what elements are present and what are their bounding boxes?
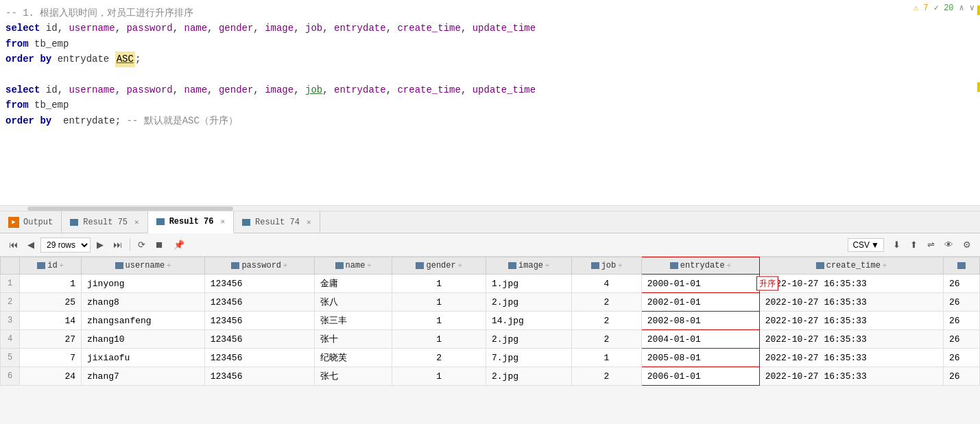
cell-entrydate: 2005-08-01 <box>641 349 759 367</box>
row-num: 3 <box>1 312 20 330</box>
code-line-comment1: -- 1. 根据入职时间，对员工进行升序排序 <box>5 5 975 21</box>
view-btn[interactable]: 👁 <box>941 237 957 252</box>
table-row: 314zhangsanfeng123456张三丰114.jpg22002-08-… <box>1 312 980 330</box>
sort-icon-name[interactable]: ÷ <box>367 262 371 270</box>
cell-username: jixiaofu <box>82 349 205 367</box>
cell-extra: 26 <box>943 275 979 293</box>
col-rownum <box>1 257 20 275</box>
col-job[interactable]: job ÷ <box>572 257 642 275</box>
cell-create-time: 2022-10-27 16:35:33 <box>759 367 943 386</box>
code-line-order2: order by entrydate; -- 默认就是ASC（升序） <box>5 113 975 128</box>
col-id[interactable]: id ÷ <box>20 257 82 275</box>
tab-result75-close[interactable]: ✕ <box>134 218 139 226</box>
next-page-btn[interactable]: ▶ <box>93 237 107 252</box>
col-extra[interactable] <box>943 257 979 275</box>
code-line-select2: select id, username, password, name, gen… <box>5 82 975 97</box>
col-create-time-label: create_time <box>826 261 881 270</box>
check-badge: ✓ 20 <box>934 3 954 13</box>
cell-image: 1.jpg <box>486 275 572 293</box>
row-num: 1 <box>1 275 20 293</box>
result-toolbar: ⏮ ◀ 29 rows ▶ ⏭ ⟳ ⏹ 📌 CSV ▼ ⬇ ⬆ ⇌ 👁 ⚙ <box>0 233 980 257</box>
top-bar: ⚠ 7 ✓ 20 ∧ ∨ <box>913 3 975 13</box>
sort-icon-username[interactable]: ÷ <box>167 262 171 270</box>
refresh-btn[interactable]: ⟳ <box>134 237 149 252</box>
table-icon-74 <box>242 219 250 226</box>
col-gender[interactable]: gender ÷ <box>392 257 486 275</box>
arrow-down[interactable]: ∨ <box>970 3 975 13</box>
download-btn[interactable]: ⬇ <box>889 237 904 252</box>
col-image[interactable]: image ÷ <box>486 257 572 275</box>
scrollbar-thumb[interactable] <box>27 207 233 211</box>
col-image-label: image <box>518 261 543 270</box>
csv-label: CSV <box>852 240 870 250</box>
transpose-btn[interactable]: ⇌ <box>924 237 938 252</box>
arrow-up[interactable]: ∧ <box>959 3 964 13</box>
cell-job: 2 <box>572 367 642 386</box>
col-gender-label: gender <box>426 261 455 270</box>
tab-result76-label: Result 76 <box>169 217 214 226</box>
cell-id: 24 <box>20 367 82 386</box>
cell-password: 123456 <box>204 275 314 293</box>
tab-output[interactable]: ▶ Output <box>0 211 62 233</box>
sort-icon-password[interactable]: ÷ <box>283 262 287 270</box>
prev-page-btn[interactable]: ◀ <box>24 237 38 252</box>
bottom-panel: ▶ Output Result 75 ✕ Result 76 ✕ Result … <box>0 211 980 424</box>
cell-entrydate: 2004-01-01 <box>641 330 759 349</box>
pin-btn[interactable]: 📌 <box>170 237 188 252</box>
cell-job: 2 <box>572 330 642 349</box>
cell-extra: 26 <box>943 312 979 330</box>
tab-bar: ▶ Output Result 75 ✕ Result 76 ✕ Result … <box>0 211 980 233</box>
stop-btn[interactable]: ⏹ <box>152 237 167 252</box>
output-icon: ▶ <box>8 217 19 228</box>
cell-gender: 1 <box>392 330 486 349</box>
cell-image: 2.jpg <box>486 367 572 386</box>
cell-password: 123456 <box>204 330 314 349</box>
sort-icon-id[interactable]: ÷ <box>60 262 64 270</box>
settings-btn[interactable]: ⚙ <box>959 237 975 252</box>
tab-result75[interactable]: Result 75 ✕ <box>62 211 147 233</box>
col-password-label: password <box>241 261 281 270</box>
cell-password: 123456 <box>204 367 314 386</box>
cell-username: zhangsanfeng <box>82 312 205 330</box>
tab-result76[interactable]: Result 76 ✕ <box>148 211 234 233</box>
table-row: 427zhang10123456张十12.jpg22004-01-012022-… <box>1 330 980 349</box>
tab-result74[interactable]: Result 74 ✕ <box>234 211 320 233</box>
sort-icon-entrydate[interactable]: ÷ <box>727 262 731 270</box>
editor-area: ⚠ 7 ✓ 20 ∧ ∨ -- 1. 根据入职时间，对员工进行升序排序 sele… <box>0 0 980 206</box>
col-job-label: job <box>601 261 617 270</box>
first-page-btn[interactable]: ⏮ <box>5 237 21 252</box>
cell-password: 123456 <box>204 349 314 367</box>
cell-create-time: 2022-10-27 16:35:33 <box>759 349 943 367</box>
csv-btn[interactable]: CSV ▼ <box>848 238 884 252</box>
table-area[interactable]: id ÷ username ÷ pa <box>0 257 980 424</box>
tab-result74-label: Result 74 <box>255 218 300 227</box>
col-name-label: name <box>346 261 366 270</box>
cell-create-time: 2022-10-27 16:35:33 <box>759 312 943 330</box>
sort-icon-gender[interactable]: ÷ <box>458 262 462 270</box>
cell-username: zhang7 <box>82 367 205 386</box>
upload-btn[interactable]: ⬆ <box>907 237 921 252</box>
cell-username: jinyong <box>82 275 205 293</box>
cell-name: 张七 <box>314 367 392 386</box>
csv-dropdown-icon: ▼ <box>871 240 879 250</box>
sort-icon-create-time[interactable]: ÷ <box>883 262 887 270</box>
cell-entrydate: 2002-01-01 <box>641 293 759 312</box>
last-page-btn[interactable]: ⏭ <box>110 237 126 252</box>
table-icon-75 <box>70 219 78 226</box>
cell-job: 2 <box>572 312 642 330</box>
cell-name: 张八 <box>314 293 392 312</box>
rows-select[interactable]: 29 rows <box>40 237 91 253</box>
col-name[interactable]: name ÷ <box>314 257 392 275</box>
cell-entrydate: 2006-01-01 <box>641 367 759 386</box>
tab-result74-close[interactable]: ✕ <box>307 218 311 226</box>
col-username[interactable]: username ÷ <box>82 257 205 275</box>
col-entrydate[interactable]: entrydate ÷ <box>641 257 759 275</box>
cell-job: 2 <box>572 293 642 312</box>
col-create-time[interactable]: create_time ÷ <box>759 257 943 275</box>
col-password[interactable]: password ÷ <box>204 257 314 275</box>
sort-icon-image[interactable]: ÷ <box>545 262 549 270</box>
tab-result76-close[interactable]: ✕ <box>220 217 225 226</box>
sort-icon-job[interactable]: ÷ <box>618 262 622 270</box>
cell-name: 纪晓芙 <box>314 349 392 367</box>
cell-image: 7.jpg <box>486 349 572 367</box>
